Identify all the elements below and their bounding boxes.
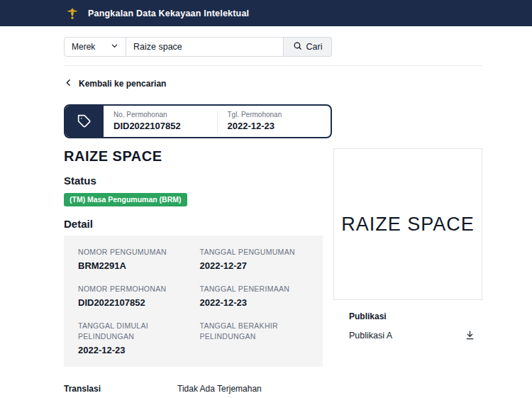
back-link-label: Kembali ke pencarian xyxy=(79,79,166,89)
detail-label: TANGGAL PENERIMAAN xyxy=(200,284,309,294)
detail-label: NOMOR PERMOHONAN xyxy=(78,284,187,294)
status-badge: (TM) Masa Pengumuman (BRM) xyxy=(64,193,187,206)
search-category-label: Merek xyxy=(72,42,95,52)
download-icon[interactable] xyxy=(465,330,475,341)
publikasi-item-row: Publikasi A xyxy=(349,330,482,341)
search-category-dropdown[interactable]: Merek xyxy=(64,37,126,57)
search-input[interactable] xyxy=(126,37,284,57)
detail-value: 2022-12-27 xyxy=(200,260,309,271)
application-number-label: No. Permohonan xyxy=(113,111,207,118)
detail-value: 2022-12-23 xyxy=(200,297,309,308)
mark-column: RAIZE SPACE Publikasi Publikasi A xyxy=(333,148,482,341)
publikasi-item-label: Publikasi A xyxy=(349,331,392,341)
page-content: Merek Cari Kembali ke pencarian xyxy=(64,26,482,394)
tag-icon xyxy=(65,106,104,137)
status-heading: Status xyxy=(64,175,323,187)
page-title: RAIZE SPACE xyxy=(64,148,323,165)
chevron-left-icon xyxy=(64,78,73,89)
search-button[interactable]: Cari xyxy=(284,37,332,57)
detail-value: 2022-12-23 xyxy=(78,345,187,355)
translasi-section: Translasi Tidak Ada Terjemahan xyxy=(64,384,482,394)
detail-label: TANGGAL DIMULAI PELINDUNGAN xyxy=(78,321,187,341)
back-to-search-link[interactable]: Kembali ke pencarian xyxy=(64,78,166,89)
app-header: Pangkalan Data Kekayaan Intelektual xyxy=(0,0,532,26)
chevron-down-icon xyxy=(111,42,118,52)
detail-field: NOMOR PERMOHONAN DID2022107852 xyxy=(78,284,187,308)
translasi-heading: Translasi xyxy=(64,384,177,394)
detail-value: DID2022107852 xyxy=(78,297,187,308)
dgip-logo-icon xyxy=(65,6,79,21)
search-button-label: Cari xyxy=(306,42,323,52)
application-date-field: Tgl. Permohonan 2022-12-23 xyxy=(218,106,331,137)
publikasi-heading: Publikasi xyxy=(349,311,482,321)
application-card: No. Permohonan DID2022107852 Tgl. Permoh… xyxy=(64,104,332,138)
record-details-column: RAIZE SPACE Status (TM) Masa Pengumuman … xyxy=(64,148,323,367)
application-date-label: Tgl. Permohonan xyxy=(228,111,321,118)
translasi-value: Tidak Ada Terjemahan xyxy=(177,384,262,394)
trademark-image: RAIZE SPACE xyxy=(333,148,482,300)
record-section: RAIZE SPACE Status (TM) Masa Pengumuman … xyxy=(64,148,482,367)
application-date-value: 2022-12-23 xyxy=(228,121,321,131)
publikasi-section: Publikasi Publikasi A xyxy=(333,311,482,341)
app-title: Pangkalan Data Kekayaan Intelektual xyxy=(88,9,249,18)
trademark-image-text: RAIZE SPACE xyxy=(341,214,475,236)
search-bar: Merek Cari xyxy=(64,37,482,57)
detail-panel: NOMOR PENGUMUMAN BRM2291A TANGGAL PENGUM… xyxy=(64,236,323,367)
detail-field: TANGGAL BERAKHIR PELINDUNGAN xyxy=(200,321,309,355)
detail-label: NOMOR PENGUMUMAN xyxy=(78,247,187,257)
detail-field: TANGGAL PENGUMUMAN 2022-12-27 xyxy=(200,247,309,271)
detail-field: TANGGAL DIMULAI PELINDUNGAN 2022-12-23 xyxy=(78,321,187,355)
section-divider xyxy=(64,65,482,66)
detail-label: TANGGAL PENGUMUMAN xyxy=(200,247,309,257)
application-number-value: DID2022107852 xyxy=(113,121,207,131)
detail-label: TANGGAL BERAKHIR PELINDUNGAN xyxy=(200,321,309,341)
application-number-field: No. Permohonan DID2022107852 xyxy=(104,106,217,137)
detail-heading: Detail xyxy=(64,218,323,230)
search-icon xyxy=(293,41,302,52)
detail-value: BRM2291A xyxy=(78,260,187,271)
detail-field: NOMOR PENGUMUMAN BRM2291A xyxy=(78,247,187,271)
detail-field: TANGGAL PENERIMAAN 2022-12-23 xyxy=(200,284,309,308)
